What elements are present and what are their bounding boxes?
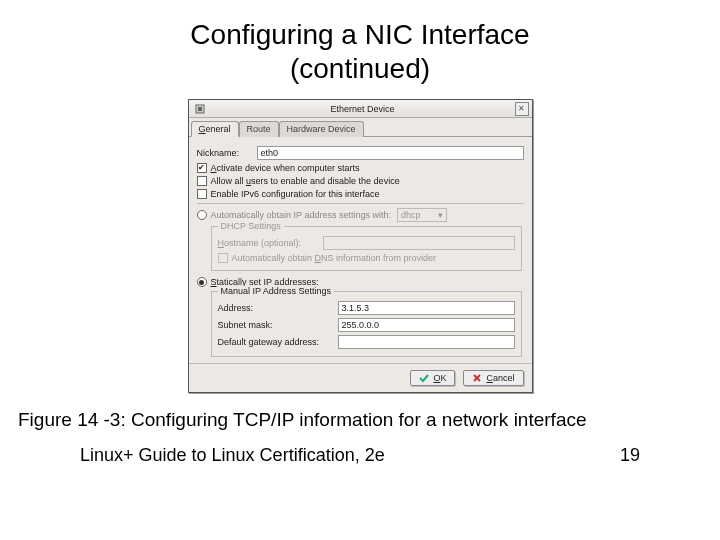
app-icon [193, 102, 207, 116]
button-bar: OK Cancel [189, 363, 532, 392]
ipv6-checkbox[interactable] [197, 189, 207, 199]
manual-ip-fieldset: Manual IP Address Settings Address: 3.1.… [211, 291, 522, 357]
svg-rect-1 [198, 107, 202, 111]
gateway-row: Default gateway address: [218, 335, 515, 349]
close-icon: ✕ [518, 104, 525, 113]
subnet-input[interactable]: 255.0.0.0 [338, 318, 515, 332]
auto-ip-label: Automatically obtain IP address settings… [211, 210, 391, 220]
auto-dns-row: Automatically obtain DNS information fro… [218, 253, 515, 263]
titlebar: Ethernet Device ✕ [189, 100, 532, 118]
manual-ip-legend: Manual IP Address Settings [218, 286, 334, 296]
allow-users-checkbox[interactable] [197, 176, 207, 186]
ok-icon [419, 373, 429, 383]
cancel-button[interactable]: Cancel [463, 370, 523, 386]
chevron-down-icon: ▾ [438, 210, 443, 220]
dialog-title: Ethernet Device [211, 104, 515, 114]
tab-bar: General Route Hardware Device [189, 118, 532, 137]
activate-row: ✔ Activate device when computer starts [197, 163, 524, 173]
ok-button[interactable]: OK [410, 370, 455, 386]
ipv6-label: Enable IPv6 configuration for this inter… [211, 189, 380, 199]
allow-users-label: Allow all users to enable and disable th… [211, 176, 400, 186]
slide-title: Configuring a NIC Interface (continued) [0, 18, 720, 85]
address-row: Address: 3.1.5.3 [218, 301, 515, 315]
slide-title-line1: Configuring a NIC Interface [0, 18, 720, 52]
page-number: 19 [620, 445, 640, 466]
activate-label: Activate device when computer starts [211, 163, 360, 173]
general-panel: Nickname: eth0 ✔ Activate device when co… [189, 137, 532, 363]
nickname-label: Nickname: [197, 148, 257, 158]
cancel-icon [472, 373, 482, 383]
address-label: Address: [218, 303, 338, 313]
hostname-label: Hostname (optional): [218, 238, 323, 248]
auto-ip-radio[interactable] [197, 210, 207, 220]
separator [197, 203, 524, 204]
dhcp-legend: DHCP Settings [218, 221, 284, 231]
close-button[interactable]: ✕ [515, 102, 529, 116]
tab-hardware-device[interactable]: Hardware Device [279, 121, 364, 137]
subnet-row: Subnet mask: 255.0.0.0 [218, 318, 515, 332]
dhcp-fieldset: DHCP Settings Hostname (optional): Autom… [211, 226, 522, 271]
nickname-input[interactable]: eth0 [257, 146, 524, 160]
gateway-label: Default gateway address: [218, 337, 338, 347]
activate-checkbox[interactable]: ✔ [197, 163, 207, 173]
ethernet-device-dialog: Ethernet Device ✕ General Route Hardware… [188, 99, 533, 393]
ipv6-row: Enable IPv6 configuration for this inter… [197, 189, 524, 199]
hostname-row: Hostname (optional): [218, 236, 515, 250]
allow-users-row: Allow all users to enable and disable th… [197, 176, 524, 186]
gateway-input[interactable] [338, 335, 515, 349]
ip-mode-combo[interactable]: dhcp ▾ [397, 208, 447, 222]
slide-footer: Linux+ Guide to Linux Certification, 2e … [80, 445, 640, 466]
address-input[interactable]: 3.1.5.3 [338, 301, 515, 315]
auto-dns-checkbox [218, 253, 228, 263]
auto-dns-label: Automatically obtain DNS information fro… [232, 253, 437, 263]
auto-ip-row: Automatically obtain IP address settings… [197, 208, 524, 222]
tab-route[interactable]: Route [239, 121, 279, 137]
static-ip-radio[interactable] [197, 277, 207, 287]
tab-general[interactable]: General [191, 121, 239, 137]
nickname-row: Nickname: eth0 [197, 146, 524, 160]
hostname-input [323, 236, 515, 250]
figure-caption: Figure 14 -3: Configuring TCP/IP informa… [18, 409, 702, 431]
book-title: Linux+ Guide to Linux Certification, 2e [80, 445, 385, 466]
slide-title-line2: (continued) [0, 52, 720, 86]
subnet-label: Subnet mask: [218, 320, 338, 330]
